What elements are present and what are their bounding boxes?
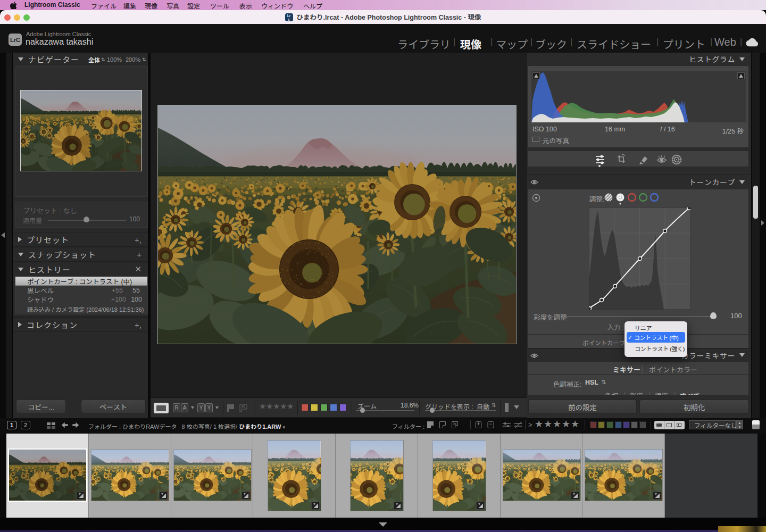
svg-text:★: ★ xyxy=(553,420,561,429)
svg-text:★: ★ xyxy=(266,402,273,411)
svg-text:★: ★ xyxy=(562,420,570,429)
svg-text:★: ★ xyxy=(287,402,294,411)
svg-text:★: ★ xyxy=(571,420,579,429)
svg-text:★: ★ xyxy=(535,420,543,429)
svg-text:★: ★ xyxy=(259,402,266,411)
svg-text:★: ★ xyxy=(544,420,552,429)
svg-text:★: ★ xyxy=(280,402,287,411)
svg-text:★: ★ xyxy=(273,402,280,411)
